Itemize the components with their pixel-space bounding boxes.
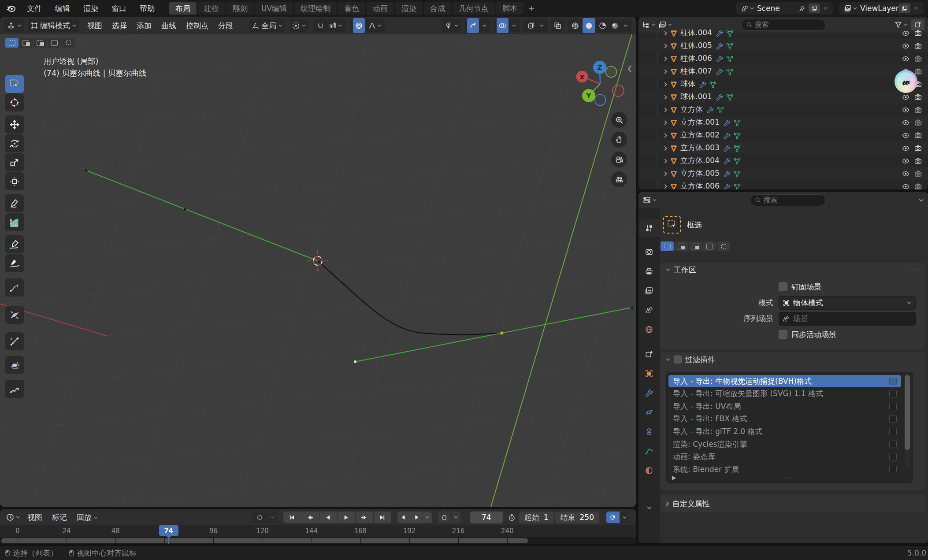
sequence-scene-field[interactable]: 场景 [779, 312, 916, 326]
viewport-menu-添加[interactable]: 添加 [132, 21, 156, 31]
modifier-wrench-icon[interactable] [724, 182, 731, 190]
expand-chevron-icon[interactable] [664, 182, 667, 190]
addon-filter-checkbox[interactable] [674, 356, 682, 363]
workspace-tab-着色[interactable]: 着色 [338, 2, 365, 15]
select-mode-set[interactable] [661, 241, 674, 251]
play-button[interactable] [338, 512, 355, 523]
tab-particles[interactable] [638, 404, 660, 421]
panel-grip-icon[interactable]: :::: [910, 267, 920, 273]
new-viewlayer-button[interactable] [899, 4, 910, 13]
properties-options-chevron[interactable] [919, 199, 924, 202]
workspace-tab-建模[interactable]: 建模 [198, 2, 225, 15]
shading-rendered-icon[interactable] [610, 19, 620, 32]
properties-search-input[interactable]: 搜索 [750, 194, 826, 206]
addon-enable-checkbox[interactable] [889, 466, 897, 473]
timeline-scrollbar[interactable] [0, 537, 636, 544]
tool-draw[interactable] [5, 235, 24, 253]
menu-编辑[interactable]: 编辑 [48, 4, 77, 13]
modifier-wrench-icon[interactable] [724, 144, 731, 152]
modifier-wrench-icon[interactable] [716, 54, 723, 63]
mesh-edit-overlays-icon[interactable] [526, 19, 536, 32]
camera-view-button[interactable] [611, 152, 627, 167]
frame-start-field[interactable]: 起始1 [519, 512, 554, 523]
editor-type-selector[interactable] [4, 19, 24, 32]
box-select-tool-icon[interactable] [663, 216, 681, 234]
select-mode-subtract[interactable] [33, 38, 47, 48]
sync-scene-checkbox[interactable] [779, 330, 787, 339]
scene-selector[interactable]: Scene [736, 2, 833, 15]
hide-eye-icon[interactable] [902, 156, 909, 165]
overlays-dropdown-chevron[interactable] [511, 19, 517, 32]
outliner-item[interactable]: 柱体.007 [638, 65, 928, 78]
viewport-menu-视图[interactable]: 视图 [82, 21, 107, 31]
next-keyframe-button[interactable] [356, 512, 373, 523]
outliner-item[interactable]: 立方体.004 [638, 154, 928, 167]
object-name[interactable]: 立方体.004 [680, 156, 720, 166]
tool-extrude[interactable] [5, 278, 24, 297]
object-mode-dropdown[interactable]: 物体模式 [779, 296, 916, 310]
tab-collection[interactable] [638, 345, 660, 363]
playhead-frame-flag[interactable]: 74 [159, 525, 178, 536]
addon-enable-checkbox[interactable] [889, 428, 897, 435]
workspace-tab-动画[interactable]: 动画 [367, 2, 394, 15]
addon-list-item[interactable]: 渲染: Cycles渲染引擎 [668, 438, 901, 450]
disable-render-camera-icon[interactable] [914, 105, 922, 114]
tool-radius[interactable] [5, 306, 24, 324]
tool-scale[interactable] [5, 153, 24, 171]
tab-object[interactable] [638, 365, 660, 382]
tool-annotate[interactable] [5, 194, 24, 212]
select-mode-extend[interactable] [675, 241, 688, 251]
hide-eye-icon[interactable] [902, 54, 909, 63]
transform-orientation-selector[interactable]: 全局 [249, 19, 285, 32]
timeline-menu-视图[interactable]: 视图 [22, 512, 47, 523]
frame-step-chevron[interactable] [423, 512, 432, 523]
show-overlays-icon[interactable] [497, 18, 509, 33]
tool-cursor[interactable] [5, 93, 24, 111]
object-name[interactable]: 立方体.003 [680, 143, 720, 153]
modifier-wrench-icon[interactable] [724, 156, 731, 165]
shading-dropdown-chevron[interactable] [622, 19, 629, 32]
timeline-ruler[interactable]: 0244896120144168192216240 [0, 525, 636, 537]
tab-world[interactable] [638, 321, 660, 338]
addon-enable-checkbox[interactable] [889, 390, 897, 397]
gizmos-dropdown-chevron[interactable] [481, 19, 488, 32]
tool-transform[interactable] [5, 172, 24, 190]
tool-measure[interactable] [5, 213, 24, 231]
jump-to-start-button[interactable] [283, 512, 301, 523]
snap-toggle-magnet-icon[interactable] [316, 19, 326, 32]
workspace-tab-纹理绘制[interactable]: 纹理绘制 [294, 2, 337, 15]
hide-eye-icon[interactable] [902, 118, 909, 127]
object-name[interactable]: 球体 [680, 79, 695, 89]
select-mode-invert[interactable] [703, 241, 716, 251]
modifier-wrench-icon[interactable] [716, 41, 723, 50]
jump-to-end-button[interactable] [374, 512, 391, 523]
auto-keying-record-button[interactable] [252, 512, 268, 523]
object-name[interactable]: 柱体.006 [680, 53, 712, 63]
expand-chevron-icon[interactable] [664, 80, 667, 89]
disable-render-camera-icon[interactable] [914, 118, 922, 127]
show-gizmos-icon[interactable] [467, 18, 479, 33]
3d-viewport[interactable]: Z X Y 用户透视 (局部) (74) 贝塞尔曲线 | 贝塞尔曲线 ❮ [0, 34, 636, 507]
tool-tilt[interactable] [5, 332, 24, 350]
current-frame-field[interactable]: 74 [470, 512, 503, 523]
tab-modifiers[interactable] [638, 384, 660, 402]
disable-render-camera-icon[interactable] [914, 67, 922, 76]
viewlayer-name[interactable]: ViewLayer [860, 4, 899, 13]
scene-name[interactable]: Scene [757, 4, 796, 13]
mesh-data-icon[interactable] [726, 93, 733, 101]
mesh-data-icon[interactable] [726, 54, 733, 63]
tool-randomize[interactable] [5, 380, 24, 398]
modifier-wrench-icon[interactable] [716, 93, 723, 101]
disable-render-camera-icon[interactable] [914, 169, 922, 178]
disable-render-camera-icon[interactable] [914, 93, 922, 101]
hide-eye-icon[interactable] [902, 169, 909, 178]
addon-scrollbar[interactable] [905, 375, 910, 467]
shading-material-icon[interactable] [598, 19, 608, 32]
select-mode-extend[interactable] [19, 38, 33, 48]
addon-list-item[interactable]: 导入 - 导出: 可缩放矢量图形 (SVG) 1.1 格式 [668, 388, 901, 400]
expand-chevron-icon[interactable] [664, 41, 667, 50]
timeline-menu-回放[interactable]: 回放 [72, 512, 103, 523]
expand-chevron-icon[interactable] [664, 67, 667, 76]
addon-list-item[interactable]: 系统: Blender 扩展 [668, 463, 901, 475]
pin-scene-checkbox[interactable] [779, 282, 787, 291]
